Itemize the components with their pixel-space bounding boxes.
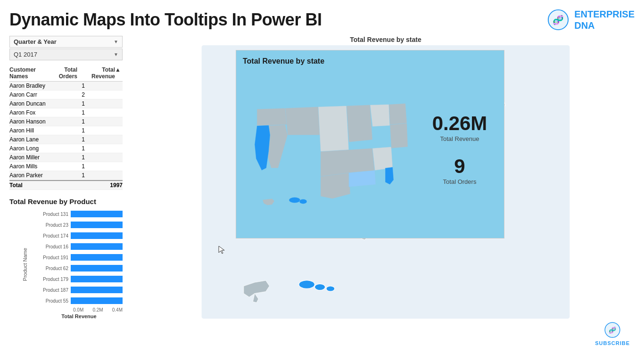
main-content: Quarter & Year ▼ Q1 2017 ▼ Customer Name… bbox=[0, 36, 644, 355]
x-axis-ticks: 0.0M 0.2M 0.4M bbox=[35, 307, 123, 313]
svg-point-4 bbox=[314, 284, 325, 290]
revenue-label: Total Revenue bbox=[432, 135, 487, 142]
bar-row: Product 23 bbox=[35, 220, 123, 230]
svg-point-7 bbox=[289, 197, 300, 203]
bar-row: Product 62 bbox=[35, 263, 123, 273]
bar-chart-section: Total Revenue by Product Product Name Pr… bbox=[9, 197, 123, 319]
bar-row: Product 187 bbox=[35, 285, 123, 295]
svg-point-5 bbox=[326, 286, 335, 291]
revenue-stat: 0.26M Total Revenue bbox=[432, 114, 487, 142]
tooltip-overlay: Total Revenue by state bbox=[236, 50, 504, 239]
table-row: Aaron Fox 1 bbox=[9, 108, 123, 117]
table-row: Aaron Lane 1 bbox=[9, 135, 123, 144]
tooltip-body: 0.26M Total Revenue 9 Total Orders bbox=[243, 70, 497, 228]
bar-row: Product 174 bbox=[35, 231, 123, 240]
orders-value: 9 bbox=[443, 156, 477, 176]
orders-stat: 9 Total Orders bbox=[443, 156, 477, 185]
table-row: Aaron Duncan 1 bbox=[9, 99, 123, 108]
orders-label: Total Orders bbox=[443, 178, 477, 185]
bar-row: Product 16 bbox=[35, 242, 123, 251]
table-row: Aaron Long 1 bbox=[9, 144, 123, 153]
table-rows: Aaron Bradley 1 Aaron Carr 2 Aaron Dunca… bbox=[9, 82, 123, 180]
bar-row: Product 131 bbox=[35, 209, 123, 219]
bar-rows: Product 131 Product 23 Product 174 Produ… bbox=[35, 209, 123, 305]
table-header: Customer Names Total Orders Total Revenu… bbox=[9, 65, 123, 82]
bar-row: Product 55 bbox=[35, 296, 123, 305]
center-panel: Total Revenue by state bbox=[132, 36, 639, 355]
page-header: Dynamic Maps Into Tooltips In Power BI 🧬… bbox=[0, 0, 644, 36]
subscribe-label: SUBSCRIBE bbox=[595, 340, 630, 346]
table-row: Aaron Parker 1 bbox=[9, 171, 123, 180]
svg-text:🧬: 🧬 bbox=[553, 15, 564, 25]
bar-chart-title: Total Revenue by Product bbox=[9, 197, 123, 206]
tooltip-stats: 0.26M Total Revenue 9 Total Orders bbox=[422, 70, 497, 228]
tooltip-title: Total Revenue by state bbox=[243, 57, 497, 66]
table-row: Aaron Hanson 1 bbox=[9, 117, 123, 126]
svg-text:🧬: 🧬 bbox=[609, 326, 617, 334]
table-row: Aaron Carr 2 bbox=[9, 90, 123, 99]
x-axis-label: Total Revenue bbox=[35, 313, 123, 319]
subscribe-icon: 🧬 bbox=[604, 321, 621, 338]
filter-value[interactable]: Q1 2017 ▼ bbox=[9, 49, 123, 60]
map-container: Total Revenue by state bbox=[132, 45, 639, 319]
table-row: Aaron Hill 1 bbox=[9, 126, 123, 135]
quarter-year-filter[interactable]: Quarter & Year ▼ Q1 2017 ▼ bbox=[9, 36, 123, 60]
left-panel: Quarter & Year ▼ Q1 2017 ▼ Customer Name… bbox=[5, 36, 127, 355]
bar-row: Product 191 bbox=[35, 253, 123, 262]
chevron-down-icon: ▼ bbox=[114, 52, 118, 57]
map-title: Total Revenue by state bbox=[132, 36, 639, 43]
revenue-value: 0.26M bbox=[432, 114, 487, 133]
filter-label[interactable]: Quarter & Year ▼ bbox=[9, 36, 123, 48]
customer-table: Customer Names Total Orders Total Revenu… bbox=[9, 65, 123, 190]
logo-text: ENTERPRISE DNA bbox=[574, 8, 635, 31]
table-row: Aaron Mills 1 bbox=[9, 162, 123, 171]
table-row: Aaron Miller 1 bbox=[9, 153, 123, 162]
svg-point-3 bbox=[299, 280, 314, 289]
table-total-row: Total 1997 bbox=[9, 180, 123, 190]
subscribe-area[interactable]: 🧬 SUBSCRIBE bbox=[595, 321, 630, 346]
svg-point-8 bbox=[299, 199, 307, 204]
logo-icon: 🧬 bbox=[547, 8, 570, 31]
bar-row: Product 179 bbox=[35, 274, 123, 284]
logo-area: 🧬 ENTERPRISE DNA bbox=[547, 8, 635, 31]
chevron-down-icon: ▼ bbox=[114, 39, 118, 44]
y-axis-label: Product Name bbox=[22, 247, 28, 280]
page-title: Dynamic Maps Into Tooltips In Power BI bbox=[9, 10, 322, 30]
table-row: Aaron Bradley 1 bbox=[9, 82, 123, 90]
tooltip-mini-map bbox=[243, 70, 422, 228]
